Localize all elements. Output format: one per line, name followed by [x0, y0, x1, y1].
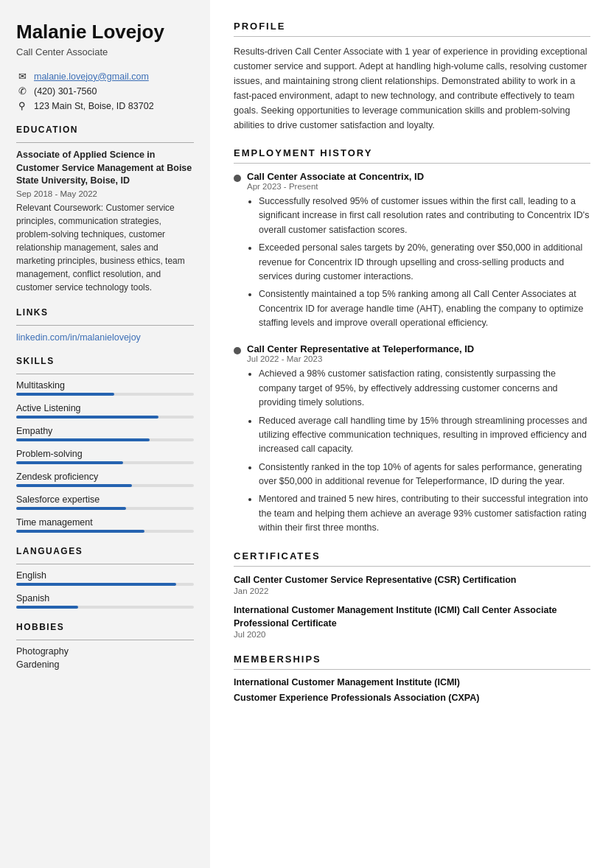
cert-date: Jan 2022: [234, 587, 590, 595]
skill-bar-fill: [16, 484, 132, 487]
job-bullet: Exceeded personal sales targets by 20%, …: [259, 241, 590, 284]
cert-name: International Customer Management Instit…: [234, 604, 590, 630]
language-label: English: [16, 570, 194, 581]
skill-label: Zendesk proficiency: [16, 472, 194, 482]
job-date: Jul 2022 - Mar 2023: [247, 354, 590, 363]
main-content: PROFILE Results-driven Call Center Assoc…: [210, 0, 614, 868]
cert-date: Jul 2020: [234, 630, 590, 639]
employment-section-title: EMPLOYMENT HISTORY: [234, 147, 590, 158]
education-courses: Relevant Coursework: Customer service pr…: [16, 201, 194, 294]
languages-divider: [16, 564, 194, 564]
links-divider: [16, 325, 194, 326]
phone-icon: ✆: [16, 85, 28, 97]
language-item: English: [16, 570, 194, 586]
contact-email: ✉ malanie.lovejoy@gmail.com: [16, 71, 194, 82]
hobbies-list: PhotographyGardening: [16, 646, 194, 670]
education-degree: Associate of Applied Science in Customer…: [16, 149, 194, 188]
profile-section-title: PROFILE: [234, 21, 590, 32]
membership-item: Customer Experience Professionals Associ…: [234, 693, 590, 703]
education-divider: [16, 142, 194, 143]
employment-section: EMPLOYMENT HISTORY Call Center Associate…: [234, 147, 590, 536]
profile-divider: [234, 36, 590, 37]
skill-label: Salesforce expertise: [16, 494, 194, 505]
hobbies-section-title: HOBBIES: [16, 622, 194, 632]
cert-entry: Call Center Customer Service Representat…: [234, 574, 590, 596]
skill-bar-bg: [16, 461, 194, 464]
languages-section-title: LANGUAGES: [16, 546, 194, 556]
skill-bar-bg: [16, 484, 194, 487]
linkedin-link-item: linkedin.com/in/malanielovejoy: [16, 332, 194, 343]
job-bullet: Mentored and trained 5 new hires, contri…: [259, 492, 590, 535]
cert-entry: International Customer Management Instit…: [234, 604, 590, 639]
job-entry: Call Center Representative at Teleperfor…: [234, 343, 590, 535]
education-section-title: EDUCATION: [16, 125, 194, 135]
skill-item: Salesforce expertise: [16, 494, 194, 510]
skill-bar-fill: [16, 461, 123, 464]
candidate-title: Call Center Associate: [16, 46, 194, 57]
skill-bar-fill: [16, 530, 144, 533]
location-icon: ⚲: [16, 100, 28, 111]
contact-phone: ✆ (420) 301-7560: [16, 85, 194, 97]
skills-divider: [16, 374, 194, 374]
skill-label: Time management: [16, 517, 194, 528]
hobby-item: Gardening: [16, 659, 194, 670]
links-section-title: LINKS: [16, 307, 194, 318]
skill-bar-fill: [16, 507, 126, 510]
job-bullet: Successfully resolved 95% of customer is…: [259, 195, 590, 237]
hobby-item: Photography: [16, 646, 194, 657]
profile-section: PROFILE Results-driven Call Center Assoc…: [234, 21, 590, 133]
skill-bar-bg: [16, 393, 194, 396]
job-entry: Call Center Associate at Concentrix, ID …: [234, 171, 590, 330]
job-title: Call Center Representative at Teleperfor…: [247, 343, 590, 354]
language-label: Spanish: [16, 593, 194, 603]
contact-address: ⚲ 123 Main St, Boise, ID 83702: [16, 100, 194, 111]
skill-bar-fill: [16, 416, 158, 419]
resume-container: Malanie Lovejoy Call Center Associate ✉ …: [0, 0, 614, 868]
skill-item: Multitasking: [16, 380, 194, 396]
jobs-list: Call Center Associate at Concentrix, ID …: [234, 171, 590, 536]
certificates-section-title: CERTIFICATES: [234, 550, 590, 561]
skill-item: Problem-solving: [16, 449, 194, 464]
skill-bar-bg: [16, 530, 194, 533]
education-dates: Sep 2018 - May 2022: [16, 189, 194, 198]
job-bullet: Reduced average call handling time by 15…: [259, 414, 590, 457]
profile-text: Results-driven Call Center Associate wit…: [234, 44, 590, 133]
memberships-section-title: MEMBERSHIPS: [234, 654, 590, 665]
skill-bar-fill: [16, 393, 114, 396]
skill-bar-fill: [16, 438, 150, 441]
job-date: Apr 2023 - Present: [247, 182, 590, 191]
skill-label: Empathy: [16, 426, 194, 436]
language-bar-bg: [16, 583, 194, 586]
certificates-divider: [234, 566, 590, 567]
skill-item: Time management: [16, 517, 194, 533]
skill-item: Active Listening: [16, 403, 194, 419]
language-item: Spanish: [16, 593, 194, 609]
skill-bar-bg: [16, 416, 194, 419]
candidate-name: Malanie Lovejoy: [16, 21, 194, 43]
skill-bar-bg: [16, 507, 194, 510]
skill-item: Zendesk proficiency: [16, 472, 194, 487]
memberships-section: MEMBERSHIPS International Customer Manag…: [234, 654, 590, 703]
language-bar-bg: [16, 606, 194, 609]
address-text: 123 Main St, Boise, ID 83702: [34, 101, 154, 111]
languages-list: English Spanish: [16, 570, 194, 609]
skill-label: Multitasking: [16, 380, 194, 391]
skill-bar-bg: [16, 438, 194, 441]
skill-label: Problem-solving: [16, 449, 194, 459]
memberships-divider: [234, 669, 590, 670]
linkedin-link[interactable]: linkedin.com/in/malanielovejoy: [16, 332, 141, 343]
skill-label: Active Listening: [16, 403, 194, 413]
job-bullets: Achieved a 98% customer satisfaction rat…: [247, 367, 590, 535]
job-title: Call Center Associate at Concentrix, ID: [247, 171, 590, 182]
skill-item: Empathy: [16, 426, 194, 441]
email-icon: ✉: [16, 71, 28, 82]
skills-section-title: SKILLS: [16, 356, 194, 366]
email-link[interactable]: malanie.lovejoy@gmail.com: [34, 71, 149, 82]
job-bullet: Achieved a 98% customer satisfaction rat…: [259, 367, 590, 410]
membership-item: International Customer Management Instit…: [234, 677, 590, 687]
skills-list: Multitasking Active Listening Empathy Pr…: [16, 380, 194, 533]
job-bullet: Consistently maintained a top 5% ranking…: [259, 287, 590, 330]
job-dot: [234, 175, 241, 182]
memberships-list: International Customer Management Instit…: [234, 677, 590, 703]
phone-number: (420) 301-7560: [34, 86, 97, 97]
